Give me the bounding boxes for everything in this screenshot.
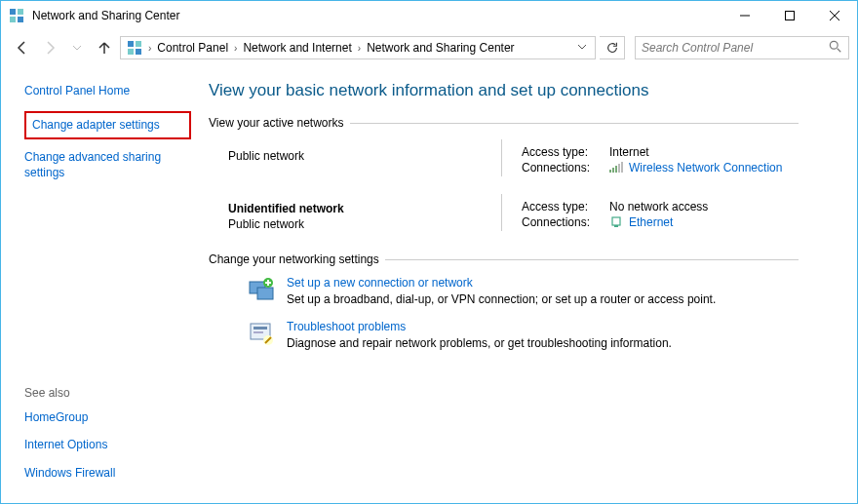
connection-link[interactable]: Wireless Network Connection xyxy=(629,161,782,174)
search-icon xyxy=(829,40,842,57)
connections-label: Connections: xyxy=(522,161,609,174)
troubleshoot-link[interactable]: Troubleshoot problems xyxy=(287,320,672,333)
search-input[interactable]: Search Control Panel xyxy=(635,36,849,59)
svg-rect-1 xyxy=(18,9,23,15)
page-heading: View your basic network information and … xyxy=(209,81,799,100)
sidebar-adapter-link[interactable]: Change adapter settings xyxy=(24,111,191,139)
networks-list: Public network Access type: Internet Con… xyxy=(209,139,799,231)
network-type: Public network xyxy=(228,149,501,163)
active-networks-header: View your active networks xyxy=(209,116,799,130)
toolbar: › Control Panel › Network and Internet ›… xyxy=(1,30,857,65)
svg-line-13 xyxy=(838,48,841,52)
up-button[interactable] xyxy=(93,36,116,59)
wifi-icon xyxy=(609,162,623,174)
access-type-value: No network access xyxy=(609,200,708,213)
svg-rect-28 xyxy=(254,331,263,333)
search-placeholder: Search Control Panel xyxy=(642,41,753,55)
troubleshoot-icon xyxy=(248,320,275,347)
network-item: Public network Access type: Internet Con… xyxy=(228,139,799,176)
change-settings-header: Change your networking settings xyxy=(209,252,799,266)
refresh-button[interactable] xyxy=(600,36,625,59)
network-name: Unidentified network xyxy=(228,202,501,215)
svg-rect-8 xyxy=(128,41,134,47)
address-dropdown[interactable] xyxy=(571,41,593,55)
ethernet-icon xyxy=(609,216,623,228)
maximize-button[interactable] xyxy=(767,1,812,30)
new-connection-desc: Set up a broadband, dial-up, or VPN conn… xyxy=(287,292,716,306)
svg-rect-14 xyxy=(609,170,611,173)
forward-button[interactable] xyxy=(38,36,61,59)
sidebar: Control Panel Home Change adapter settin… xyxy=(1,65,201,503)
troubleshoot-desc: Diagnose and repair network problems, or… xyxy=(287,336,672,350)
content: View your basic network information and … xyxy=(201,65,857,503)
new-connection-icon xyxy=(248,276,275,303)
svg-rect-18 xyxy=(621,162,623,173)
window-controls xyxy=(722,1,857,30)
svg-rect-16 xyxy=(615,166,617,173)
svg-point-12 xyxy=(830,41,838,49)
close-button[interactable] xyxy=(812,1,857,30)
connection-link[interactable]: Ethernet xyxy=(629,215,673,229)
sidebar-advanced-link[interactable]: Change advanced sharing settings xyxy=(24,149,191,182)
access-type-label: Access type: xyxy=(522,145,609,159)
sidebar-homegroup-link[interactable]: HomeGroup xyxy=(24,409,191,426)
svg-rect-27 xyxy=(254,327,267,330)
chevron-right-icon: › xyxy=(232,43,239,54)
sidebar-firewall-link[interactable]: Windows Firewall xyxy=(24,465,191,482)
network-type: Public network xyxy=(228,217,501,231)
see-also-header: See also xyxy=(24,386,191,400)
minimize-button[interactable] xyxy=(722,1,767,30)
recent-dropdown[interactable] xyxy=(65,36,89,59)
connections-label: Connections: xyxy=(522,215,609,229)
network-item: Unidentified network Public network Acce… xyxy=(228,194,799,231)
settings-item: Troubleshoot problems Diagnose and repai… xyxy=(248,320,799,350)
sidebar-internet-options-link[interactable]: Internet Options xyxy=(24,437,191,453)
sidebar-home-link[interactable]: Control Panel Home xyxy=(24,83,191,99)
svg-rect-9 xyxy=(136,41,141,47)
svg-rect-22 xyxy=(257,288,273,299)
svg-rect-10 xyxy=(128,49,134,55)
svg-rect-2 xyxy=(10,17,16,22)
chevron-right-icon: › xyxy=(146,43,153,54)
svg-rect-3 xyxy=(18,17,23,22)
window-title: Network and Sharing Center xyxy=(32,9,722,22)
chevron-right-icon: › xyxy=(356,43,363,54)
access-type-label: Access type: xyxy=(522,200,609,213)
svg-rect-0 xyxy=(10,9,16,15)
svg-rect-19 xyxy=(612,217,620,225)
body: Control Panel Home Change adapter settin… xyxy=(1,65,857,503)
titlebar: Network and Sharing Center xyxy=(1,1,857,30)
svg-rect-5 xyxy=(786,12,795,20)
access-type-value: Internet xyxy=(609,145,649,159)
network-center-icon xyxy=(9,8,24,23)
svg-rect-15 xyxy=(612,168,614,173)
svg-rect-17 xyxy=(618,164,620,173)
svg-rect-20 xyxy=(614,225,618,227)
svg-rect-11 xyxy=(136,49,141,55)
new-connection-link[interactable]: Set up a new connection or network xyxy=(287,276,716,290)
network-center-icon xyxy=(127,40,142,56)
settings-item: Set up a new connection or network Set u… xyxy=(248,276,799,306)
crumb-network-internet[interactable]: Network and Internet xyxy=(239,39,355,57)
breadcrumb-bar[interactable]: › Control Panel › Network and Internet ›… xyxy=(120,36,596,59)
window-frame: Network and Sharing Center xyxy=(0,0,858,504)
crumb-control-panel[interactable]: Control Panel xyxy=(153,39,232,57)
crumb-network-sharing[interactable]: Network and Sharing Center xyxy=(363,39,518,57)
back-button[interactable] xyxy=(11,36,34,59)
